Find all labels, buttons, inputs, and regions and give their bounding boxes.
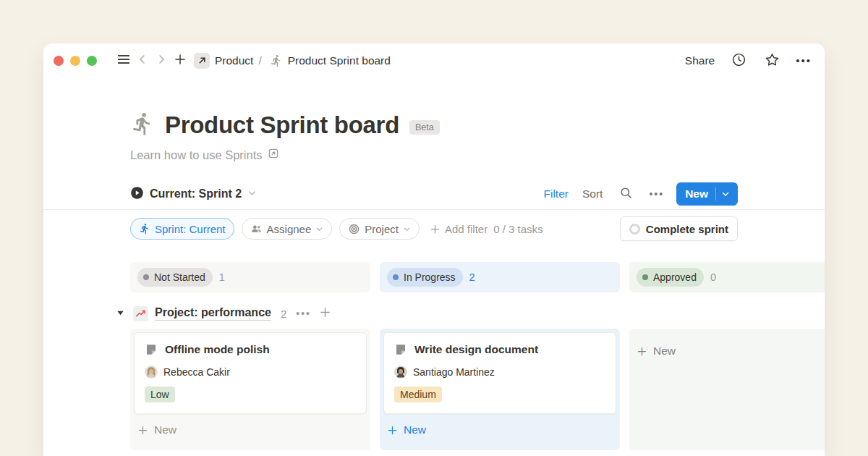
new-button-label: New: [685, 187, 715, 200]
page-title[interactable]: Product Sprint board: [165, 111, 399, 139]
play-circle-icon: [130, 186, 144, 203]
chevron-down-icon[interactable]: [716, 190, 735, 198]
card-title: Offline mode polish: [165, 343, 270, 356]
sort-button[interactable]: Sort: [582, 187, 603, 200]
filter-bar: Sprint: Current Assignee Project: [130, 210, 738, 248]
board-panels: Offline mode polish Rebecca Cakir Low: [130, 329, 825, 450]
status-pill: Approved: [637, 268, 704, 287]
assignee-chip-label: Assignee: [267, 223, 312, 235]
panel-in-progress: Write design document Santiago Martinez …: [380, 329, 620, 450]
plus-icon: [430, 224, 441, 235]
search-button[interactable]: [616, 185, 635, 203]
new-page-button[interactable]: [171, 51, 190, 70]
minimize-window-button[interactable]: [70, 56, 80, 66]
sprint-board: Not Started 1 In Progress 2: [130, 262, 738, 450]
status-dot-icon: [143, 274, 149, 280]
app-window: Product / Product Sprint board Share: [43, 43, 825, 456]
maximize-window-button[interactable]: [87, 56, 97, 66]
view-selector[interactable]: Current: Sprint 2: [130, 186, 257, 203]
assignee-name: Rebecca Cakir: [163, 366, 230, 378]
favorite-button[interactable]: [762, 51, 781, 70]
page-document-icon: [145, 343, 158, 356]
sprint-filter-chip[interactable]: Sprint: Current: [130, 218, 234, 240]
column-header-not-started[interactable]: Not Started 1: [130, 262, 370, 292]
add-filter-button[interactable]: Add filter: [430, 223, 488, 235]
nav-forward-button[interactable]: [152, 51, 171, 70]
close-window-button[interactable]: [54, 56, 64, 66]
breadcrumb: Product / Product Sprint board: [194, 53, 391, 69]
column-count: 1: [219, 271, 225, 283]
column-count: 2: [469, 271, 475, 283]
page-document-icon: [394, 343, 407, 356]
task-progress: 0 / 3 tasks: [493, 223, 542, 235]
add-filter-label: Add filter: [445, 223, 488, 235]
target-icon: [348, 223, 360, 235]
runner-icon: [270, 54, 283, 67]
status-label: In Progress: [404, 271, 456, 283]
help-link[interactable]: Learn how to use Sprints: [130, 148, 279, 162]
new-button[interactable]: New: [676, 182, 738, 206]
external-link-icon: [268, 148, 279, 162]
new-task-button-approved[interactable]: New: [629, 329, 825, 358]
assignee-name: Santiago Martinez: [413, 366, 495, 378]
plus-icon: [637, 346, 647, 357]
task-card-write-design-document[interactable]: Write design document Santiago Martinez …: [383, 332, 616, 414]
new-task-label: New: [154, 423, 176, 436]
project-chip-label: Project: [365, 223, 399, 235]
priority-tag: Low: [145, 387, 175, 402]
panel-not-started: Offline mode polish Rebecca Cakir Low: [130, 329, 370, 450]
group-count: 2: [281, 308, 286, 320]
group-row-project-performance: Project: performance 2 •••: [114, 302, 738, 325]
topbar-more-button[interactable]: •••: [796, 54, 812, 67]
page-content: Product Sprint board Beta Learn how to u…: [43, 111, 825, 450]
status-label: Approved: [653, 271, 697, 283]
status-pill: In Progress: [387, 268, 463, 287]
chart-increasing-icon: [133, 306, 148, 321]
breadcrumb-workspace[interactable]: Product: [215, 54, 253, 67]
avatar-rebecca: [145, 366, 158, 379]
status-pill: Not Started: [137, 268, 213, 287]
clock-icon: [731, 52, 746, 69]
traffic-lights: [54, 56, 97, 66]
project-filter-chip[interactable]: Project: [339, 218, 420, 240]
share-button[interactable]: Share: [685, 54, 715, 67]
group-add-button[interactable]: [318, 306, 333, 321]
new-task-button-not-started[interactable]: New: [130, 418, 370, 442]
breadcrumb-page[interactable]: Product Sprint board: [288, 54, 391, 67]
plus-icon: [137, 425, 148, 436]
view-more-button[interactable]: •••: [649, 188, 664, 200]
complete-sprint-button[interactable]: Complete sprint: [620, 216, 738, 241]
progress-ring-icon: [629, 224, 640, 235]
panel-approved: New: [629, 329, 825, 450]
page-title-row: Product Sprint board Beta: [130, 111, 738, 139]
group-more-button[interactable]: •••: [296, 308, 311, 319]
search-icon: [619, 186, 633, 202]
priority-tag: Medium: [394, 387, 442, 402]
nav-back-button[interactable]: [133, 51, 152, 70]
beta-badge: Beta: [409, 120, 440, 135]
assignee-filter-chip[interactable]: Assignee: [242, 218, 333, 240]
group-collapse-toggle[interactable]: [114, 307, 127, 320]
new-task-label: New: [653, 345, 676, 358]
sidebar-menu-button[interactable]: [114, 51, 133, 70]
history-button[interactable]: [729, 51, 748, 70]
board-column-headers: Not Started 1 In Progress 2: [130, 262, 825, 292]
runner-icon: [139, 223, 150, 235]
task-card-offline-mode-polish[interactable]: Offline mode polish Rebecca Cakir Low: [134, 332, 367, 414]
view-toolbar: Current: Sprint 2 Filter Sort •••: [130, 178, 738, 210]
chevron-down-icon: [247, 187, 257, 200]
sprint-chip-label: Sprint: Current: [155, 223, 226, 235]
plus-icon: [319, 306, 331, 321]
filter-button[interactable]: Filter: [544, 187, 569, 200]
page-runner-icon[interactable]: [130, 111, 155, 139]
column-header-in-progress[interactable]: In Progress 2: [380, 262, 620, 292]
plus-icon: [387, 425, 398, 436]
new-task-label: New: [404, 423, 426, 436]
triangle-down-icon: [116, 308, 124, 319]
new-task-button-in-progress[interactable]: New: [380, 418, 620, 442]
people-icon: [250, 223, 263, 235]
group-label[interactable]: Project: performance: [155, 306, 271, 321]
star-icon: [765, 52, 780, 69]
column-header-approved[interactable]: Approved 0: [629, 262, 825, 292]
workspace-arrow-icon: [194, 53, 210, 69]
